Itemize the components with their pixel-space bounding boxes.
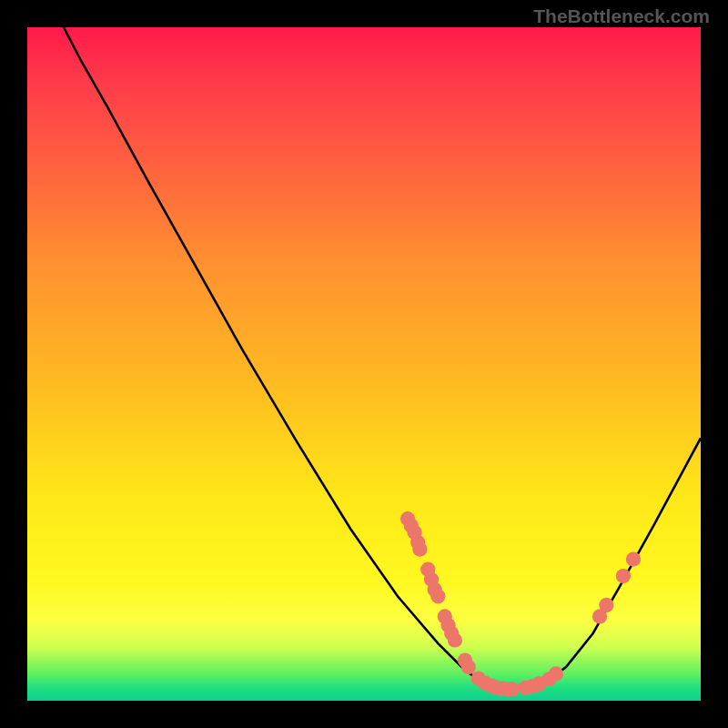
chart-marker	[461, 660, 476, 674]
chart-marker	[549, 666, 563, 681]
chart-curve	[64, 27, 701, 689]
chart-svg-overlay	[27, 27, 701, 701]
watermark-text: TheBottleneck.com	[533, 5, 710, 27]
chart-markers	[400, 511, 641, 697]
chart-marker	[448, 632, 462, 647]
chart-marker	[599, 598, 613, 612]
chart-marker	[412, 541, 427, 556]
chart-marker	[430, 589, 445, 603]
chart-marker	[505, 682, 520, 696]
chart-plot-area	[27, 27, 701, 701]
chart-marker	[626, 551, 641, 566]
chart-marker	[616, 569, 631, 583]
